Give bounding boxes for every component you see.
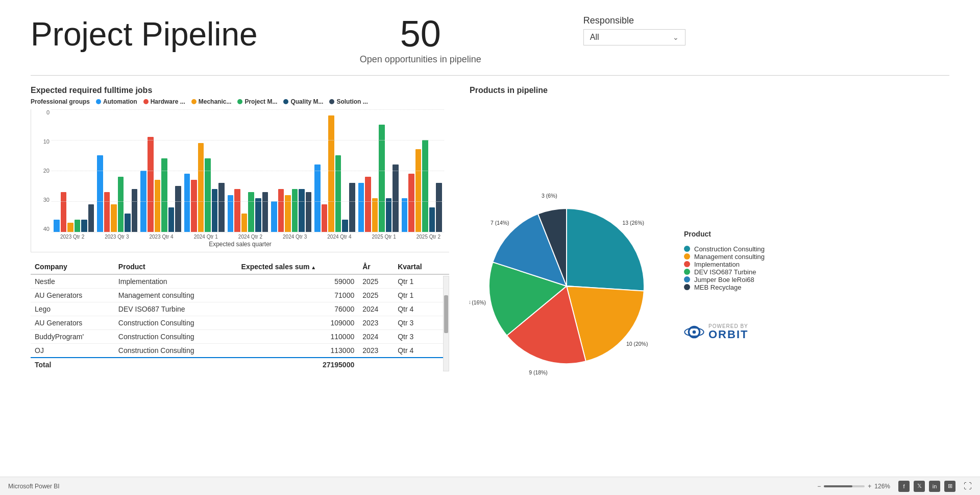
bar-6-2[interactable] [328, 115, 334, 232]
legend-label-qualitym: Quality M... [290, 98, 323, 105]
bar-3-5[interactable] [218, 183, 225, 232]
bar-0-0[interactable] [54, 220, 60, 232]
cell-quarter: Qtr 1 [394, 274, 441, 289]
bar-6-4[interactable] [342, 220, 348, 232]
table-row[interactable]: Lego DEV ISO687 Turbine 76000 2024 Qtr 4 [31, 302, 449, 316]
bar-1-3[interactable] [118, 177, 124, 232]
col-header-sum: Expected sales sum [237, 260, 359, 274]
bar-3-0[interactable] [184, 174, 190, 232]
legend-dot-solution [329, 99, 334, 104]
bar-2-1[interactable] [148, 137, 154, 232]
bar-8-2[interactable] [415, 149, 422, 232]
bar-8-1[interactable] [408, 174, 414, 232]
bar-1-2[interactable] [111, 204, 117, 232]
bar-5-5[interactable] [306, 192, 312, 232]
bar-0-3[interactable] [75, 220, 81, 232]
bar-5-0[interactable] [271, 201, 277, 232]
pie-legend-dot-2 [684, 261, 690, 267]
bar-8-5[interactable] [436, 183, 442, 232]
bar-2-4[interactable] [168, 207, 175, 232]
pie-legend-label-1: Management consulting [694, 253, 765, 261]
pie-annotation-3: 8 (16%) [470, 300, 486, 305]
bar-2-0[interactable] [140, 171, 146, 232]
bar-5-3[interactable] [292, 189, 298, 232]
bar-2-5[interactable] [175, 186, 181, 232]
bar-7-3[interactable] [379, 125, 385, 232]
bar-7-4[interactable] [386, 198, 392, 232]
col-header-company: Company [31, 260, 114, 274]
bar-4-4[interactable] [255, 198, 261, 232]
bar-3-4[interactable] [212, 189, 218, 232]
bar-0-4[interactable] [81, 220, 87, 232]
pie-legend-label-4: Jumper Boe leRoi68 [694, 276, 754, 284]
bar-3-2[interactable] [198, 143, 204, 232]
responsible-dropdown[interactable]: All ⌄ [583, 29, 685, 45]
bar-0-2[interactable] [67, 223, 74, 232]
bar-0-1[interactable] [61, 192, 67, 232]
bar-3-3[interactable] [205, 158, 211, 232]
bar-2-2[interactable] [155, 180, 161, 232]
cell-quarter: Qtr 4 [394, 302, 441, 316]
bar-chart: 40 30 20 10 0 [31, 109, 449, 252]
bar-6-5[interactable] [349, 183, 355, 232]
table-row[interactable]: OJ Construction Consulting 113000 2023 Q… [31, 344, 449, 358]
expand-icon[interactable]: ⛶ [964, 482, 972, 491]
cell-company: AU Generators [31, 289, 114, 302]
bar-6-1[interactable] [322, 204, 328, 232]
legend-item-automation: Automation [96, 98, 137, 105]
bar-6-0[interactable] [314, 164, 321, 232]
bar-group-4 [228, 189, 268, 232]
bar-5-1[interactable] [278, 189, 284, 232]
pie-legend-label-2: Implementation [694, 261, 740, 268]
bar-8-0[interactable] [402, 198, 408, 232]
bar-8-3[interactable] [422, 140, 428, 232]
zoom-control[interactable]: − + 126% [817, 483, 890, 490]
zoom-plus[interactable]: + [868, 483, 871, 490]
table-scrollbar[interactable] [443, 276, 449, 371]
bar-group-6 [314, 115, 355, 232]
bar-4-3[interactable] [248, 192, 254, 232]
table-row[interactable]: AU Generators Construction Consulting 10… [31, 316, 449, 330]
bar-1-1[interactable] [104, 192, 110, 232]
total-row: Total 27195000 [31, 358, 449, 371]
legend-dot-hardware [143, 99, 149, 104]
table-row[interactable]: Nestle Implementation 59000 2025 Qtr 1 [31, 274, 449, 289]
kpi-label: Open opportunities in pipeline [360, 54, 481, 65]
zoom-level: 126% [874, 483, 890, 490]
bar-4-0[interactable] [228, 195, 234, 232]
bar-7-5[interactable] [393, 164, 399, 232]
zoom-minus[interactable]: − [817, 483, 821, 490]
data-table-wrapper[interactable]: Company Product Expected sales sum År Kv… [31, 260, 449, 371]
bar-4-5[interactable] [262, 192, 268, 232]
filter-label: Responsible [583, 15, 685, 26]
table-row[interactable]: BuddyProgram' Construction Consulting 11… [31, 330, 449, 344]
linkedin-icon[interactable]: in [929, 481, 940, 492]
bar-3-1[interactable] [191, 180, 197, 232]
bar-2-3[interactable] [161, 158, 167, 232]
bar-1-4[interactable] [125, 214, 131, 232]
bar-0-5[interactable] [88, 204, 94, 232]
table-row[interactable]: AU Generators Management consulting 7100… [31, 289, 449, 302]
bar-6-3[interactable] [335, 155, 341, 232]
bar-7-0[interactable] [358, 183, 364, 232]
bar-1-0[interactable] [97, 155, 103, 232]
bar-chart-legend: Professional groups Automation Hardware … [31, 98, 449, 105]
bar-1-5[interactable] [132, 189, 138, 232]
x-label-2: 2023 Qtr 4 [140, 234, 182, 240]
legend-dot-projectm [237, 99, 242, 104]
bar-4-2[interactable] [241, 214, 248, 232]
cell-sum: 59000 [237, 274, 359, 289]
pie-legend-label-3: DEV ISO687 Turbine [694, 268, 756, 276]
bar-4-1[interactable] [234, 189, 240, 232]
data-table: Company Product Expected sales sum År Kv… [31, 260, 449, 371]
bar-7-2[interactable] [372, 198, 378, 232]
kpi-number: 50 [400, 15, 441, 52]
bar-7-1[interactable] [365, 177, 371, 232]
share-icon[interactable]: ⊞ [944, 481, 955, 492]
bar-5-2[interactable] [285, 195, 291, 232]
twitter-icon[interactable]: 𝕏 [914, 481, 925, 492]
bar-5-4[interactable] [299, 189, 305, 232]
bar-8-4[interactable] [429, 207, 435, 232]
legend-dot-qualitym [283, 99, 288, 104]
facebook-icon[interactable]: f [898, 481, 910, 492]
